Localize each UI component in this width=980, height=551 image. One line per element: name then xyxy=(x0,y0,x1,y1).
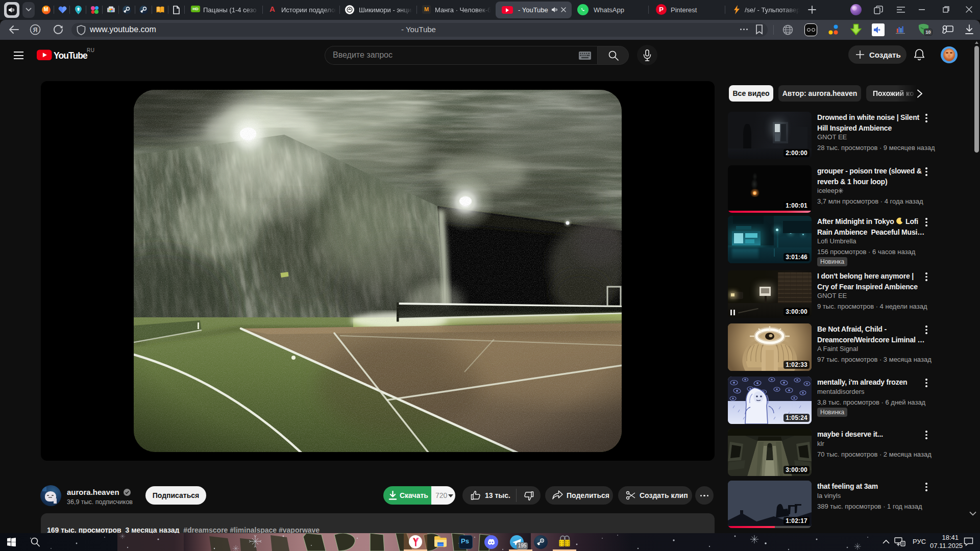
svg-text:Я: Я xyxy=(33,27,38,34)
svg-text:YouTube: YouTube xyxy=(54,51,88,61)
